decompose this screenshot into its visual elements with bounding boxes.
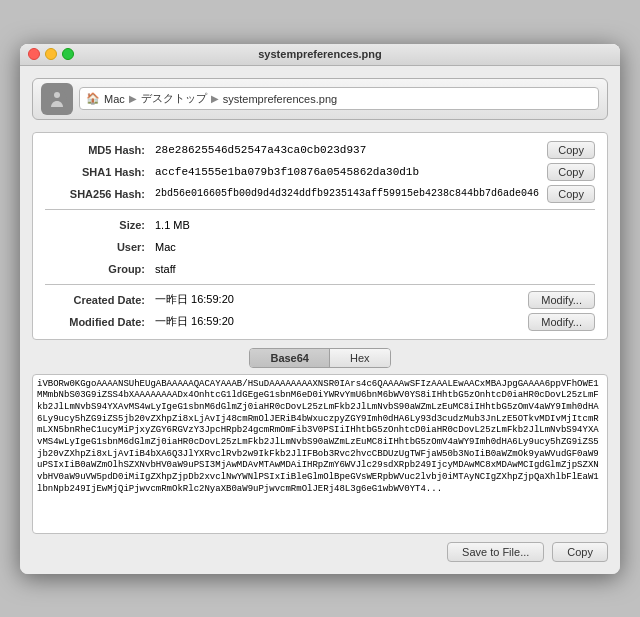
- breadcrumb-desktop: デスクトップ: [141, 91, 207, 106]
- created-row: Created Date: 一昨日 16:59:20 Modify...: [45, 291, 595, 309]
- size-row: Size: 1.1 MB: [45, 216, 595, 234]
- file-icon: [41, 83, 73, 115]
- sha1-label: SHA1 Hash:: [45, 166, 155, 178]
- tab-bar: Base64 Hex: [32, 348, 608, 368]
- close-button[interactable]: [28, 48, 40, 60]
- group-value: staff: [155, 263, 595, 275]
- window: systempreferences.png 🏠 Mac ▶ デスクトップ ▶ s…: [20, 44, 620, 574]
- modified-label: Modified Date:: [45, 316, 155, 328]
- base64-content[interactable]: iVBORw0KGgoAAAANSUhEUgABAAAAAQACAYAAAB/H…: [32, 374, 608, 534]
- modified-row: Modified Date: 一昨日 16:59:20 Modify...: [45, 313, 595, 331]
- sha1-copy-button[interactable]: Copy: [547, 163, 595, 181]
- divider-1: [45, 209, 595, 210]
- breadcrumb-file: systempreferences.png: [223, 93, 337, 105]
- user-row: User: Mac: [45, 238, 595, 256]
- divider-2: [45, 284, 595, 285]
- modified-modify-button[interactable]: Modify...: [528, 313, 595, 331]
- traffic-lights: [28, 48, 74, 60]
- user-label: User:: [45, 241, 155, 253]
- created-value: 一昨日 16:59:20: [155, 292, 520, 307]
- breadcrumb-home-icon: 🏠: [86, 92, 100, 105]
- info-section: MD5 Hash: 28e28625546d52547a43ca0cb023d9…: [32, 132, 608, 340]
- titlebar: systempreferences.png: [20, 44, 620, 66]
- md5-value: 28e28625546d52547a43ca0cb023d937: [155, 144, 539, 156]
- size-label: Size:: [45, 219, 155, 231]
- sha256-label: SHA256 Hash:: [45, 188, 155, 200]
- tab-group: Base64 Hex: [249, 348, 390, 368]
- sha1-row: SHA1 Hash: accfe41555e1ba079b3f10876a054…: [45, 163, 595, 181]
- md5-label: MD5 Hash:: [45, 144, 155, 156]
- user-value: Mac: [155, 241, 595, 253]
- sha1-value: accfe41555e1ba079b3f10876a0545862da30d1b: [155, 166, 539, 178]
- window-title: systempreferences.png: [258, 48, 382, 60]
- window-content: 🏠 Mac ▶ デスクトップ ▶ systempreferences.png M…: [20, 66, 620, 574]
- group-label: Group:: [45, 263, 155, 275]
- svg-point-1: [54, 92, 60, 98]
- maximize-button[interactable]: [62, 48, 74, 60]
- sha256-value: 2bd56e016605fb00d9d4d324ddfb9235143aff59…: [155, 188, 539, 199]
- sha256-copy-button[interactable]: Copy: [547, 185, 595, 203]
- sha256-row: SHA256 Hash: 2bd56e016605fb00d9d4d324ddf…: [45, 185, 595, 203]
- tab-base64[interactable]: Base64: [250, 349, 330, 367]
- breadcrumb-mac: Mac: [104, 93, 125, 105]
- copy-bottom-button[interactable]: Copy: [552, 542, 608, 562]
- tab-hex[interactable]: Hex: [330, 349, 390, 367]
- breadcrumb[interactable]: 🏠 Mac ▶ デスクトップ ▶ systempreferences.png: [79, 87, 599, 110]
- size-value: 1.1 MB: [155, 219, 595, 231]
- group-row: Group: staff: [45, 260, 595, 278]
- bottom-bar: Save to File... Copy: [32, 534, 608, 562]
- created-label: Created Date:: [45, 294, 155, 306]
- toolbar: 🏠 Mac ▶ デスクトップ ▶ systempreferences.png: [32, 78, 608, 120]
- md5-copy-button[interactable]: Copy: [547, 141, 595, 159]
- minimize-button[interactable]: [45, 48, 57, 60]
- base64-text: iVBORw0KGgoAAAANSUhEUgABAAAAAQACAYAAAB/H…: [37, 379, 599, 494]
- breadcrumb-sep1: ▶: [129, 93, 137, 104]
- breadcrumb-sep2: ▶: [211, 93, 219, 104]
- created-modify-button[interactable]: Modify...: [528, 291, 595, 309]
- modified-value: 一昨日 16:59:20: [155, 314, 520, 329]
- save-to-file-button[interactable]: Save to File...: [447, 542, 544, 562]
- md5-row: MD5 Hash: 28e28625546d52547a43ca0cb023d9…: [45, 141, 595, 159]
